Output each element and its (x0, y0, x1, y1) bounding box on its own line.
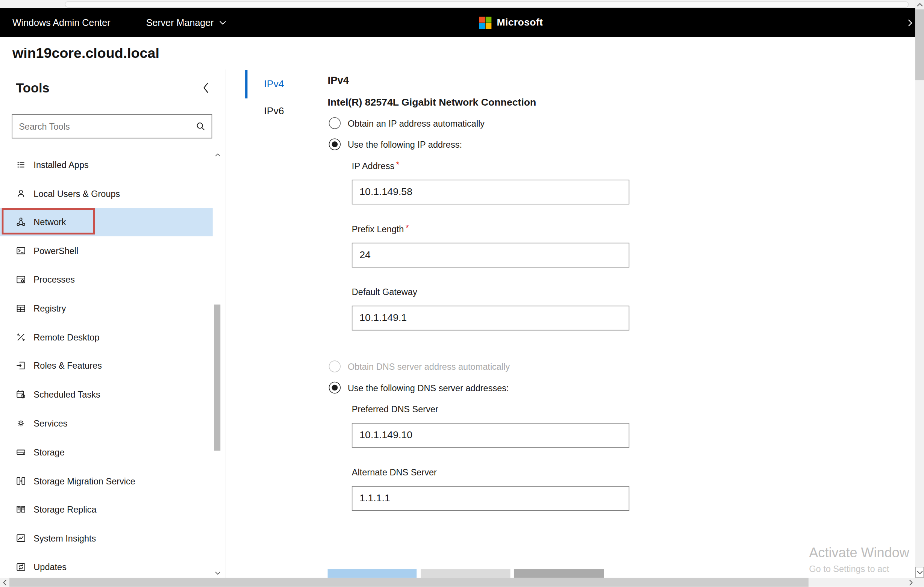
remote-desktop-icon (16, 332, 26, 342)
sidebar-item-network[interactable]: Network (0, 208, 213, 236)
radio-obtain-ip-automatically[interactable]: Obtain an IP address automatically (329, 116, 485, 130)
radio-icon[interactable] (329, 382, 341, 394)
scheduled-tasks-icon (16, 390, 26, 400)
preferred-dns-label: Preferred DNS Server* (352, 404, 438, 414)
radio-use-following-dns[interactable]: Use the following DNS server addresses: (329, 381, 509, 395)
storage-migration-icon (16, 476, 26, 486)
sidebar-scrollbar[interactable] (213, 150, 221, 578)
panel-divider (226, 69, 226, 578)
network-icon (16, 217, 26, 228)
sidebar-item-processes[interactable]: Processes (0, 265, 213, 294)
radio-icon[interactable] (329, 360, 341, 372)
tab-ipv6[interactable]: IPv6 (245, 99, 323, 124)
sidebar-item-roles-features[interactable]: Roles & Features (0, 351, 213, 380)
page-heading: IPv4 (328, 74, 349, 87)
sidebar-item-label: Registry (33, 303, 66, 313)
ip-address-input[interactable] (352, 180, 629, 204)
services-icon (16, 418, 26, 429)
windows-admin-center-window: Windows Admin Center Server Manager Micr… (0, 0, 924, 587)
sidebar-item-local-users-groups[interactable]: Local Users & Groups (0, 179, 213, 208)
radio-obtain-dns-automatically[interactable]: Obtain DNS server address automatically (329, 359, 510, 374)
search-tools-box (12, 114, 212, 138)
sidebar-item-label: Remote Desktop (33, 332, 99, 342)
radio-label: Use the following IP address: (348, 139, 462, 150)
adapter-name: Intel(R) 82574L Gigabit Network Connecti… (328, 97, 536, 108)
alternate-dns-input[interactable] (352, 486, 629, 511)
required-marker: * (406, 223, 409, 232)
tab-label: IPv4 (245, 78, 284, 90)
collapse-sidebar-button[interactable] (202, 82, 210, 94)
activate-windows-watermark: Activate Window Go to Settings to act (809, 545, 912, 574)
tools-panel-title: Tools (16, 81, 49, 96)
sidebar-item-label: PowerShell (33, 246, 78, 256)
radio-icon[interactable] (329, 117, 341, 129)
sidebar-scroll-up-icon[interactable] (213, 152, 221, 158)
sidebar-item-storage[interactable]: Storage (0, 438, 213, 467)
radio-label: Obtain an IP address automatically (348, 118, 485, 128)
sidebar-item-system-insights[interactable]: System Insights (0, 524, 213, 552)
topbar-overflow-chevron-icon[interactable] (906, 18, 915, 27)
app-title[interactable]: Windows Admin Center (12, 17, 111, 28)
browser-top-strip (0, 0, 924, 8)
sidebar-item-label: Processes (33, 275, 75, 285)
sidebar-item-label: System Insights (33, 533, 96, 543)
sidebar-item-services[interactable]: Services (0, 409, 213, 437)
sidebar-item-storage-migration-service[interactable]: Storage Migration Service (0, 467, 213, 495)
storage-icon (16, 447, 26, 457)
default-gateway-label: Default Gateway* (352, 287, 417, 297)
sidebar-item-label: Roles & Features (33, 361, 102, 371)
installed-apps-icon (16, 160, 26, 170)
browser-strip-inner (65, 1, 909, 8)
watermark-line2: Go to Settings to act (809, 564, 912, 574)
search-input[interactable] (12, 115, 196, 138)
sidebar-item-storage-replica[interactable]: Storage Replica (0, 495, 213, 524)
ip-address-label: IP Address* (352, 161, 399, 171)
sidebar-item-powershell[interactable]: PowerShell (0, 236, 213, 265)
system-insights-icon (16, 533, 26, 543)
registry-icon (16, 303, 26, 313)
watermark-line1: Activate Window (809, 545, 912, 561)
preferred-dns-input[interactable] (352, 423, 629, 448)
processes-icon (16, 275, 26, 285)
horizontal-scrollbar-thumb[interactable] (9, 578, 808, 587)
vertical-scrollbar[interactable] (915, 0, 924, 578)
tab-ipv4[interactable]: IPv4 (245, 70, 323, 99)
updates-icon (16, 562, 26, 572)
sidebar-scroll-down-icon[interactable] (213, 570, 221, 577)
sidebar-item-label: Scheduled Tasks (33, 390, 100, 400)
default-gateway-input[interactable] (352, 306, 629, 331)
prefix-length-input[interactable] (352, 243, 629, 267)
alternate-dns-label: Alternate DNS Server* (352, 467, 437, 477)
required-marker: * (396, 160, 399, 169)
sidebar-scrollbar-thumb[interactable] (214, 304, 220, 450)
sidebar-item-registry[interactable]: Registry (0, 294, 213, 322)
selected-tab-indicator (245, 70, 248, 99)
chevron-left-icon (202, 82, 210, 94)
sidebar-item-scheduled-tasks[interactable]: Scheduled Tasks (0, 380, 213, 409)
search-icon (195, 121, 206, 132)
scrollbar-left-arrow-icon[interactable] (0, 578, 9, 587)
sidebar-item-label: Updates (33, 562, 66, 572)
scrollbar-up-arrow-icon[interactable] (915, 0, 924, 9)
sidebar-item-installed-apps[interactable]: Installed Apps (0, 150, 213, 179)
microsoft-logo: Microsoft (479, 16, 543, 29)
scrollbar-right-arrow-icon[interactable] (906, 578, 915, 587)
sidebar-item-label: Storage Replica (33, 505, 96, 515)
solution-picker[interactable]: Server Manager (146, 17, 226, 28)
radio-use-following-ip[interactable]: Use the following IP address: (329, 137, 462, 152)
radio-label: Use the following DNS server addresses: (348, 383, 509, 393)
tools-list: Installed AppsLocal Users & GroupsNetwor… (0, 150, 213, 578)
sidebar-item-label: Storage (33, 447, 64, 457)
sidebar-item-label: Installed Apps (33, 160, 88, 170)
horizontal-scrollbar[interactable] (0, 578, 915, 587)
sidebar-item-remote-desktop[interactable]: Remote Desktop (0, 323, 213, 351)
app-topbar: Windows Admin Center Server Manager Micr… (0, 8, 924, 37)
radio-icon[interactable] (329, 138, 341, 150)
scrollbar-down-arrow-icon[interactable] (915, 567, 924, 578)
powershell-icon (16, 246, 26, 256)
sidebar-item-label: Local Users & Groups (33, 188, 120, 198)
chevron-down-icon (219, 20, 226, 25)
prefix-length-label: Prefix Length* (352, 224, 409, 234)
sidebar-item-updates[interactable]: Updates (0, 553, 213, 578)
vertical-scrollbar-thumb[interactable] (915, 9, 924, 80)
